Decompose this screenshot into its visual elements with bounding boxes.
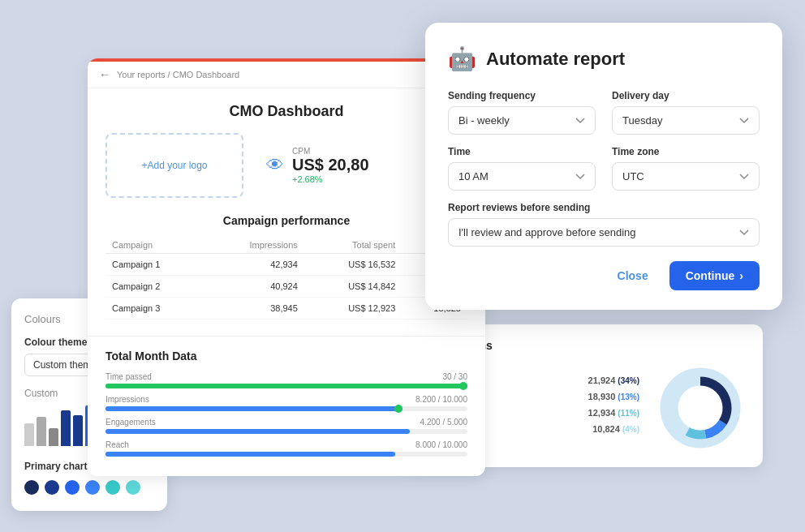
time-label: Time [448,146,596,157]
continue-label: Continue [686,269,735,282]
robot-icon: 🤖 [448,45,476,72]
delivery-day-select[interactable]: MondayTuesdayWednesdayThursdayFriday [612,106,760,135]
review-select[interactable]: I'll review and approve before sendingSe… [448,218,760,247]
time-select[interactable]: 8 AM9 AM10 AM11 AM12 PM [448,162,596,191]
continue-arrow-icon: › [739,269,743,282]
modal-header: 🤖 Automate report [448,45,760,72]
modal-footer: Close Continue › [448,261,760,290]
delivery-day-field: Delivery day MondayTuesdayWednesdayThurs… [612,90,760,135]
review-label: Report reviews before sending [448,202,760,213]
review-field: Report reviews before sending I'll revie… [448,202,760,247]
timezone-field: Time zone UTCESTPSTCET [612,146,760,191]
automate-report-modal: 🤖 Automate report Sending frequency Dail… [425,23,782,310]
timezone-select[interactable]: UTCESTPSTCET [612,162,760,191]
modal-overlay: 🤖 Automate report Sending frequency Dail… [0,0,805,532]
sending-frequency-field: Sending frequency DailyBi - weeklyWeekly… [448,90,596,135]
sending-frequency-label: Sending frequency [448,90,596,101]
sending-frequency-select[interactable]: DailyBi - weeklyWeeklyMonthly [448,106,596,135]
time-field: Time 8 AM9 AM10 AM11 AM12 PM [448,146,596,191]
modal-form-grid: Sending frequency DailyBi - weeklyWeekly… [448,90,760,247]
delivery-day-label: Delivery day [612,90,760,101]
modal-title: Automate report [486,49,625,70]
timezone-label: Time zone [612,146,760,157]
continue-button[interactable]: Continue › [669,261,760,290]
close-button[interactable]: Close [606,263,660,289]
